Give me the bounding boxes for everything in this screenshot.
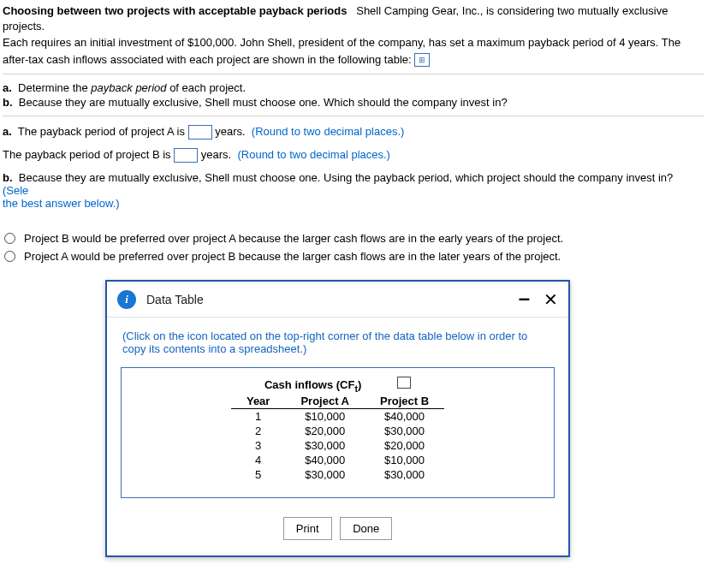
- copy-icon[interactable]: [399, 378, 411, 389]
- col-b: Project B: [365, 394, 444, 409]
- option-1-text: Project B would be preferred over projec…: [24, 232, 563, 245]
- question-b-label: b.: [3, 96, 13, 109]
- answer-b-text1: The payback period of project B is: [3, 148, 171, 161]
- answer-a-prefix: a.: [3, 125, 12, 138]
- radio-icon[interactable]: [4, 251, 15, 262]
- answer-a-text2: years.: [215, 125, 245, 138]
- table-row: 2$20,000$30,000: [231, 424, 444, 438]
- intro-text-3: after-tax cash inflows associated with e…: [3, 53, 412, 66]
- done-button[interactable]: Done: [340, 517, 392, 540]
- question-a-text1: Determine the: [18, 81, 91, 94]
- table-icon[interactable]: ⊞: [414, 53, 430, 67]
- modal-title: Data Table: [146, 293, 204, 306]
- answer-a-text1: The payback period of project A is: [18, 125, 185, 138]
- data-table-modal: i Data Table – ✕ (Click on the icon loca…: [105, 280, 570, 557]
- answer-b-text2: years.: [201, 148, 231, 161]
- info-icon: i: [117, 290, 136, 309]
- modal-instructions: (Click on the icon located on the top-ri…: [107, 318, 568, 360]
- intro-text-2: Each requires an initial investment of $…: [3, 35, 704, 50]
- table-row: 3$30,000$20,000: [231, 438, 444, 453]
- part-b-text: Because they are mutually exclusive, She…: [19, 171, 674, 184]
- divider: [3, 74, 704, 74]
- minimize-icon[interactable]: –: [519, 286, 530, 310]
- question-a-italic: payback period: [91, 81, 166, 94]
- modal-footer: Print Done: [107, 505, 568, 555]
- payback-a-input[interactable]: [188, 125, 212, 140]
- table-row: 5$30,000$30,000: [231, 467, 444, 482]
- data-frame: Cash inflows (CFt) Year Project A Projec…: [121, 367, 555, 498]
- cf-header: Cash inflows (CFt): [130, 378, 545, 394]
- answer-a-hint: (Round to two decimal places.): [252, 125, 404, 138]
- question-a-text2: of each project.: [167, 81, 247, 94]
- part-b-hint2: the best answer below.): [3, 197, 120, 210]
- part-b-prefix: b.: [3, 171, 13, 184]
- col-a: Project A: [285, 394, 365, 409]
- option-2-text: Project A would be preferred over projec…: [24, 250, 561, 263]
- modal-header: i Data Table – ✕: [107, 282, 568, 318]
- question-title: Choosing between two projects with accep…: [3, 4, 347, 17]
- payback-b-input[interactable]: [174, 148, 198, 163]
- radio-icon[interactable]: [4, 233, 15, 244]
- part-b-hint1: (Sele: [3, 184, 28, 197]
- table-row: 4$40,000$10,000: [231, 453, 444, 467]
- table-row: 1$10,000$40,000: [231, 408, 444, 424]
- option-1-row[interactable]: Project B would be preferred over projec…: [4, 232, 704, 245]
- question-b-text: Because they are mutually exclusive, She…: [19, 96, 508, 109]
- answer-b-hint: (Round to two decimal places.): [237, 148, 389, 161]
- close-icon[interactable]: ✕: [544, 289, 558, 310]
- print-button[interactable]: Print: [283, 517, 332, 540]
- divider: [3, 116, 704, 116]
- option-2-row[interactable]: Project A would be preferred over projec…: [4, 250, 704, 263]
- col-year: Year: [231, 394, 285, 409]
- cashflow-table: Year Project A Project B 1$10,000$40,000…: [231, 394, 444, 482]
- question-a-label: a.: [3, 81, 12, 94]
